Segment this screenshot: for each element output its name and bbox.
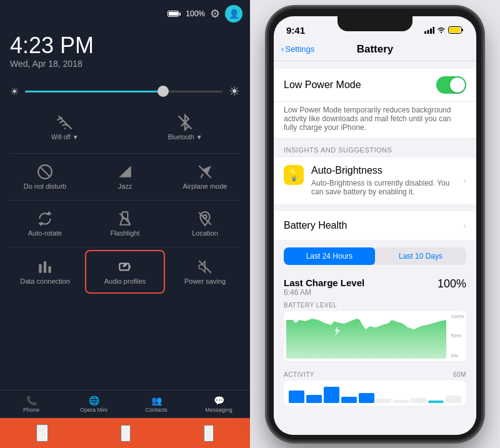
drawer-contacts[interactable]: 👥 Contacts: [125, 391, 188, 418]
activity-bar-2: [306, 395, 322, 403]
iphone-screen: 9:41: [274, 16, 476, 435]
tile-audio[interactable]: Power saving: [165, 250, 245, 294]
flashlight-label: Flashlight: [110, 229, 139, 237]
quick-tiles-row2: Do not disturb Jazz Airplane mode: [0, 156, 250, 197]
brightness-slider[interactable]: [25, 91, 222, 92]
nav-recents-button[interactable]: □: [204, 425, 214, 442]
low-power-mode-toggle[interactable]: [436, 76, 466, 94]
drawer-messaging-label: Messaging: [205, 407, 232, 413]
battery-health-label: Battery Health: [284, 220, 463, 231]
toggle-knob: [450, 77, 465, 92]
signal-icon: [424, 27, 434, 34]
last-charge-value: 100%: [438, 277, 466, 291]
drawer-opera-label: Opera Mini: [80, 407, 108, 413]
activity-bar-9: [428, 401, 444, 402]
drawer-opera[interactable]: 🌐 Opera Mini: [62, 391, 125, 418]
charge-info: Last Charge Level 6:46 AM: [284, 277, 364, 297]
audio-label: Power saving: [184, 277, 226, 285]
svg-marker-5: [119, 166, 131, 177]
ios-back-button[interactable]: ‹ Settings: [281, 44, 314, 54]
ios-nav-bar: ‹ Settings Battery: [274, 38, 476, 61]
flashlight-icon: [117, 211, 133, 227]
gear-icon[interactable]: ⚙: [210, 7, 220, 21]
svg-rect-15: [44, 261, 46, 272]
power-saving-icon: [117, 259, 133, 275]
brightness-suggestion-icon: 💡: [284, 165, 304, 185]
activity-bar-7: [393, 400, 409, 403]
activity-bar-10: [446, 396, 461, 402]
tab-24h[interactable]: Last 24 Hours: [284, 247, 375, 265]
data-label: Data connection: [20, 277, 70, 285]
tile-wifi[interactable]: Wifi off ▼: [5, 106, 125, 148]
location-icon: [197, 211, 213, 227]
svg-point-13: [203, 215, 206, 218]
battery-chart-svg: [286, 314, 446, 359]
svg-rect-14: [39, 264, 41, 273]
y-label-50: 50%: [451, 333, 464, 339]
avatar[interactable]: 👤: [225, 5, 242, 22]
auto-brightness-desc: Auto-Brightness is currently disabled. Y…: [311, 179, 456, 196]
auto-brightness-chevron: ›: [463, 176, 466, 186]
tile-location[interactable]: Location: [165, 203, 245, 244]
svg-point-25: [441, 32, 442, 33]
tile-autorotate[interactable]: Auto-rotate: [5, 203, 85, 244]
iphone-notch: [338, 16, 412, 31]
battery-icon: [168, 11, 181, 17]
charge-level-section: Last Charge Level 6:46 AM 100%: [274, 272, 476, 302]
drawer-messaging[interactable]: 💬 Messaging: [188, 391, 250, 418]
android-panel: 100% ⚙ 👤 4:23 PM Wed, Apr 18, 2018 ☀ ☀: [0, 0, 250, 448]
y-label-0: 0%: [451, 353, 464, 359]
tile-bluetooth[interactable]: Bluetooth ▼: [125, 106, 245, 148]
activity-chart: [284, 381, 466, 406]
tile-airplane[interactable]: Airplane mode: [165, 156, 245, 197]
activity-bar-8: [411, 398, 426, 403]
android-nav: ◁ ○ □: [0, 418, 250, 448]
last-charge-time: 6:46 AM: [284, 288, 364, 297]
charge-header: Last Charge Level 6:46 AM 100%: [284, 277, 466, 297]
drawer-phone[interactable]: 📞 Phone: [0, 391, 62, 418]
app-drawer: 📞 Phone 🌐 Opera Mini 👥 Contacts 💬 Messag…: [0, 390, 250, 418]
chart-y-labels: 100% 50% 0%: [451, 314, 464, 359]
battery-level-chart-section: BATTERY LEVEL 100% 50% 0%: [274, 302, 476, 366]
y-label-100: 100%: [451, 314, 464, 319]
divider-1: [10, 153, 240, 154]
back-chevron-icon: ‹: [281, 44, 284, 54]
auto-brightness-row[interactable]: 💡 Auto-Brightness Auto-Brightness is cur…: [274, 157, 476, 204]
autorotate-label: Auto-rotate: [28, 229, 62, 237]
contacts-icon: 👥: [151, 396, 162, 406]
drawer-contacts-label: Contacts: [145, 407, 168, 413]
svg-point-1: [64, 127, 66, 129]
tile-flashlight[interactable]: Flashlight: [85, 203, 165, 244]
auto-brightness-section: 💡 Auto-Brightness Auto-Brightness is cur…: [274, 157, 476, 204]
battery-health-row[interactable]: Battery Health ›: [274, 211, 476, 240]
activity-header: ACTIVITY 60m: [284, 371, 466, 378]
low-power-mode-row[interactable]: Low Power Mode: [274, 69, 476, 102]
low-power-description: Low Power Mode temporarily reduces backg…: [274, 102, 476, 139]
airplane-label: Airplane mode: [183, 182, 228, 190]
svg-marker-9: [38, 223, 44, 226]
tile-power-saving[interactable]: Audio profiles: [85, 250, 165, 294]
svg-rect-23: [430, 28, 432, 34]
ios-scroll-area[interactable]: Low Power Mode Low Power Mode temporaril…: [274, 61, 476, 435]
last-charge-title: Last Charge Level: [284, 277, 364, 288]
android-time-area: 4:23 PM Wed, Apr 18, 2018: [0, 27, 250, 79]
insights-header: INSIGHTS AND SUGGESTIONS: [274, 139, 476, 157]
tile-data[interactable]: Data connection: [5, 250, 85, 294]
svg-rect-24: [433, 27, 435, 34]
tab-10d[interactable]: Last 10 Days: [375, 247, 466, 265]
jazz-icon: [117, 164, 133, 180]
svg-rect-16: [48, 266, 51, 273]
tile-dnd[interactable]: Do not disturb: [5, 156, 85, 197]
chart-area: [286, 314, 446, 359]
svg-rect-21: [424, 31, 426, 34]
battery-health-chevron: ›: [463, 221, 466, 231]
battery-icon-ios: [448, 26, 464, 34]
battery-level-header: BATTERY LEVEL: [284, 302, 466, 309]
nav-back-button[interactable]: ◁: [36, 424, 48, 442]
svg-rect-22: [428, 30, 429, 34]
tile-jazz[interactable]: Jazz: [85, 156, 165, 197]
bluetooth-off-icon: [176, 114, 194, 131]
activity-time-label: 60m: [453, 371, 466, 378]
nav-home-button[interactable]: ○: [121, 425, 131, 442]
rotate-icon: [37, 211, 53, 227]
